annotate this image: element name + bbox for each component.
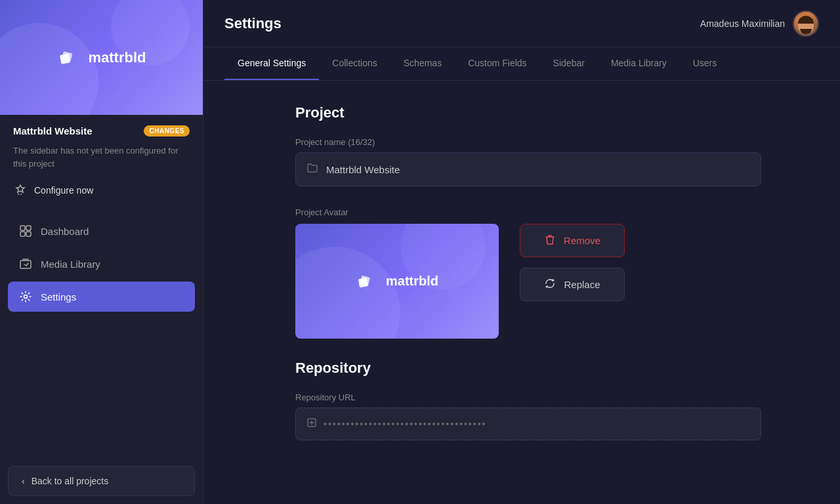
top-bar: Settings Amadeus Maximilian	[203, 0, 840, 47]
avatar-beard	[800, 29, 812, 34]
tab-sidebar[interactable]: Sidebar	[540, 47, 598, 80]
tab-schemas[interactable]: Schemas	[390, 47, 455, 80]
tab-custom-fields[interactable]: Custom Fields	[455, 47, 539, 80]
avatar-action-buttons: Remove Replace	[520, 224, 625, 301]
repository-section-title: Repository	[295, 360, 761, 377]
repository-url-value: ••••••••••••••••••••••••••••••••••••	[324, 419, 486, 429]
changes-badge: CHANGES	[144, 125, 190, 136]
dashboard-icon	[18, 224, 33, 238]
media-library-label: Media Library	[41, 259, 100, 270]
trash-icon	[544, 234, 556, 247]
sidebar-item-settings[interactable]: Settings	[8, 282, 195, 312]
configure-icon	[13, 183, 28, 198]
logo-text: mattrbld	[89, 49, 146, 66]
tab-users[interactable]: Users	[680, 47, 730, 80]
settings-label: Settings	[41, 291, 76, 303]
back-arrow-icon: ‹	[22, 476, 25, 486]
sidebar-nav: Dashboard Media Library Settings	[0, 205, 203, 458]
settings-tabs: General Settings Collections Schemas Cus…	[203, 47, 840, 81]
svg-rect-5	[20, 232, 25, 236]
sidebar-footer: ‹ Back to all projects	[0, 458, 203, 504]
configure-now-button[interactable]: Configure now	[13, 180, 93, 200]
dashboard-label: Dashboard	[41, 226, 89, 237]
sidebar-logo-banner: mattrbld	[0, 0, 203, 115]
user-name: Amadeus Maximilian	[700, 18, 785, 29]
avatar-face	[798, 16, 814, 34]
svg-rect-7	[20, 261, 31, 268]
tab-general-settings[interactable]: General Settings	[224, 47, 319, 80]
repository-section: Repository Repository URL ••••••••••••••…	[295, 360, 761, 440]
settings-content: Project Project name (16/32) Mattrbld We…	[203, 81, 840, 504]
project-name: Mattrbld Website	[13, 125, 93, 136]
project-name-field-group: Project name (16/32) Mattrbld Website	[295, 137, 761, 186]
logo-icon	[57, 46, 81, 70]
project-avatar-section: Project Avatar mattrbld	[295, 207, 761, 339]
user-avatar[interactable]	[793, 10, 819, 37]
sidebar-item-media-library[interactable]: Media Library	[8, 249, 195, 279]
user-info: Amadeus Maximilian	[700, 10, 819, 37]
page-title: Settings	[224, 15, 282, 32]
replace-label: Replace	[564, 279, 600, 290]
input-folder-icon	[306, 162, 318, 177]
back-label: Back to all projects	[32, 476, 109, 486]
sidebar: mattrbld Mattrbld Website CHANGES The si…	[0, 0, 203, 504]
repository-url-input[interactable]: ••••••••••••••••••••••••••••••••••••	[295, 408, 761, 440]
svg-rect-4	[26, 226, 31, 230]
avatar-row: mattrbld Remove	[295, 224, 761, 339]
back-to-projects-button[interactable]: ‹ Back to all projects	[8, 466, 195, 496]
project-name-value: Mattrbld Website	[326, 164, 400, 175]
repository-url-label: Repository URL	[295, 392, 761, 402]
sidebar-item-dashboard[interactable]: Dashboard	[8, 216, 195, 246]
replace-avatar-button[interactable]: Replace	[520, 268, 625, 301]
preview-logo-text: mattrbld	[386, 274, 438, 289]
sidebar-description: The sidebar has not yet been configured …	[13, 144, 190, 170]
avatar-image	[794, 12, 818, 35]
svg-rect-6	[26, 232, 31, 236]
replace-icon	[544, 278, 556, 291]
svg-rect-3	[20, 226, 25, 230]
main-content: Settings Amadeus Maximilian General Sett…	[203, 0, 840, 504]
configure-label: Configure now	[34, 185, 93, 196]
remove-label: Remove	[564, 235, 600, 246]
tab-media-library[interactable]: Media Library	[598, 47, 680, 80]
repository-url-field-group: Repository URL •••••••••••••••••••••••••…	[295, 392, 761, 440]
media-library-icon	[18, 257, 33, 271]
project-name-input[interactable]: Mattrbld Website	[295, 152, 761, 186]
avatar-hair	[798, 16, 814, 24]
preview-logo-icon	[356, 270, 378, 293]
repo-icon	[306, 417, 317, 430]
project-section-title: Project	[295, 104, 761, 121]
project-avatar-preview: mattrbld	[295, 224, 499, 339]
sidebar-project-info: Mattrbld Website CHANGES The sidebar has…	[0, 115, 203, 205]
project-avatar-label: Project Avatar	[295, 207, 761, 217]
svg-point-8	[24, 295, 28, 299]
project-name-label: Project name (16/32)	[295, 137, 761, 147]
tab-collections[interactable]: Collections	[319, 47, 390, 80]
remove-avatar-button[interactable]: Remove	[520, 224, 625, 257]
settings-icon	[18, 289, 33, 304]
